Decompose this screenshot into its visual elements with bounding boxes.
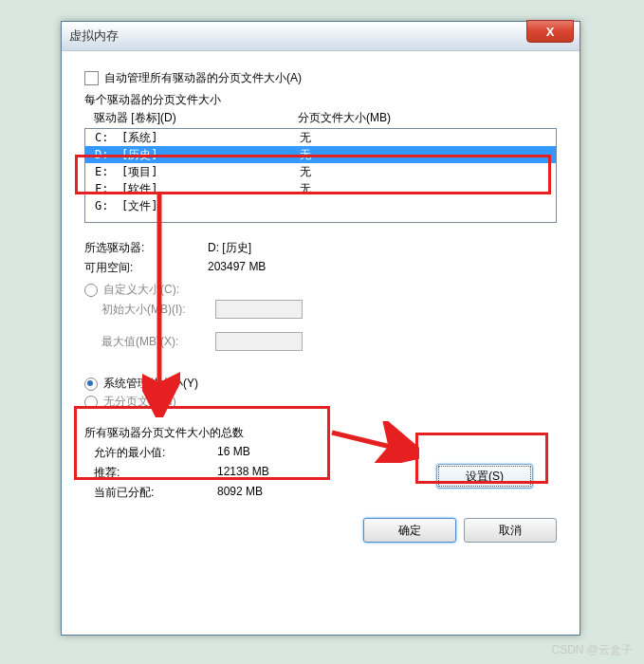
- system-managed-radio[interactable]: [84, 378, 98, 391]
- drive-row[interactable]: C:[系统]无: [85, 129, 556, 146]
- max-size-input: [215, 332, 303, 351]
- drive-list[interactable]: C:[系统]无 D:[历史]无 E:[项目]无 F:[软件]无 G:[文件]: [84, 128, 557, 223]
- set-button[interactable]: 设置(S): [436, 464, 533, 489]
- cancel-button[interactable]: 取消: [464, 518, 557, 543]
- watermark: CSDN @云盒子: [551, 642, 633, 658]
- no-paging-radio[interactable]: [84, 396, 98, 409]
- auto-manage-row[interactable]: 自动管理所有驱动器的分页文件大小(A): [84, 70, 557, 86]
- custom-size-label: 自定义大小(C):: [103, 282, 179, 298]
- column-headers: 驱动器 [卷标](D) 分页文件大小(MB): [94, 110, 557, 126]
- virtual-memory-dialog: 虚拟内存 X 自动管理所有驱动器的分页文件大小(A) 每个驱动器的分页文件大小 …: [61, 21, 580, 636]
- per-drive-title: 每个驱动器的分页文件大小: [84, 92, 557, 108]
- titlebar[interactable]: 虚拟内存 X: [62, 22, 580, 51]
- drive-row[interactable]: F:[软件]无: [85, 180, 556, 197]
- no-paging-label: 无分页文件(N): [103, 394, 176, 410]
- custom-size-row[interactable]: 自定义大小(C):: [84, 282, 557, 298]
- selected-drive-label: 所选驱动器:: [84, 240, 208, 256]
- rec-label: 推荐:: [94, 465, 217, 481]
- auto-manage-label: 自动管理所有驱动器的分页文件大小(A): [104, 70, 302, 86]
- cur-label: 当前已分配:: [94, 485, 217, 501]
- drive-row[interactable]: E:[项目]无: [85, 163, 556, 180]
- auto-manage-checkbox[interactable]: [84, 71, 99, 85]
- avail-space-label: 可用空间:: [84, 260, 208, 276]
- rec-value: 12138 MB: [217, 465, 269, 481]
- system-managed-label: 系统管理的大小(Y): [103, 376, 198, 392]
- totals-title: 所有驱动器分页文件大小的总数: [84, 425, 557, 441]
- col-drive-header: 驱动器 [卷标](D): [94, 110, 298, 126]
- dialog-body: 自动管理所有驱动器的分页文件大小(A) 每个驱动器的分页文件大小 驱动器 [卷标…: [62, 51, 580, 556]
- ok-button[interactable]: 确定: [363, 518, 456, 543]
- drive-row[interactable]: G:[文件]: [85, 197, 556, 214]
- initial-size-input: [215, 300, 303, 319]
- initial-size-label: 初始大小(MB)(I):: [101, 302, 215, 318]
- min-label: 允许的最小值:: [94, 445, 217, 461]
- selected-drive-value: D: [历史]: [208, 240, 251, 256]
- cur-value: 8092 MB: [217, 485, 263, 501]
- close-icon: X: [546, 25, 555, 39]
- close-button[interactable]: X: [526, 20, 574, 43]
- min-value: 16 MB: [217, 445, 250, 461]
- no-paging-row[interactable]: 无分页文件(N): [84, 394, 557, 410]
- avail-space-value: 203497 MB: [208, 260, 266, 276]
- custom-size-radio[interactable]: [84, 284, 98, 297]
- col-paging-header: 分页文件大小(MB): [298, 110, 391, 126]
- system-managed-row[interactable]: 系统管理的大小(Y): [84, 376, 557, 392]
- drive-row[interactable]: D:[历史]无: [85, 146, 556, 163]
- max-size-label: 最大值(MB)(X):: [101, 334, 215, 350]
- dialog-title: 虚拟内存: [69, 28, 119, 45]
